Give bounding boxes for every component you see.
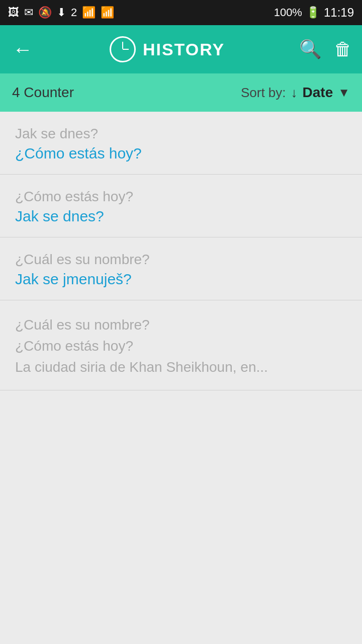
list-item-primary-text: Jak se dnes? [15,126,347,142]
filter-bar: 4 Counter Sort by: ↓ Date ▼ [0,73,362,112]
chevron-down-icon[interactable]: ▼ [338,86,350,100]
sort-by-label: Sort by: [241,85,286,101]
signal-bars2: 📶 [101,6,114,19]
sim-icon: 2 [71,6,77,19]
search-icon[interactable]: 🔍 [299,39,322,60]
app-bar-title-group: HISTORY [43,36,291,62]
list-item-primary-text: ¿Cómo estás hoy? [15,189,347,205]
list-item-primary-text: ¿Cuál es su nombre? [15,252,347,268]
app-bar-actions: 🔍 🗑 [299,39,352,60]
back-button[interactable]: ← [10,38,35,61]
sort-direction-icon: ↓ [291,85,298,101]
list-item[interactable]: ¿Cómo estás hoy? Jak se dnes? [0,175,362,237]
list-item-line-1: ¿Cuál es su nombre? [15,314,347,336]
list-item-line-2: ¿Cómo estás hoy? [15,336,347,357]
list-item-secondary-text: ¿Cómo estás hoy? [15,145,347,162]
list-item[interactable]: ¿Cuál es su nombre? Jak se jmenuješ? [0,237,362,300]
battery-icon: 🔋 [306,6,320,19]
history-list: Jak se dnes? ¿Cómo estás hoy? ¿Cómo está… [0,112,362,390]
download-icon: ⬇ [57,6,66,19]
status-time: 11:19 [324,6,354,20]
app-bar: ← HISTORY 🔍 🗑 [0,25,362,73]
delete-icon[interactable]: 🗑 [334,39,352,60]
clock-icon [110,36,136,62]
list-item-secondary-text: Jak se dnes? [15,208,347,225]
status-right-icons: 100% 🔋 11:19 [274,6,354,20]
message-icon: ✉ [24,6,33,19]
list-item[interactable]: ¿Cuál es su nombre? ¿Cómo estás hoy? La … [0,300,362,390]
photo-icon: 🖼 [8,6,19,19]
vibrate-icon: 🔕 [38,6,52,19]
sort-control[interactable]: Sort by: ↓ Date ▼ [241,85,350,101]
status-bar: 🖼 ✉ 🔕 ⬇ 2 📶 📶 100% 🔋 11:19 [0,0,362,25]
list-item[interactable]: Jak se dnes? ¿Cómo estás hoy? [0,112,362,175]
status-left-icons: 🖼 ✉ 🔕 ⬇ 2 📶 📶 [8,6,114,19]
app-bar-title: HISTORY [143,40,225,59]
battery-percent: 100% [274,6,302,19]
list-item-line-3: La ciudad siria de Khan Sheikhoun, en... [15,357,337,378]
list-item-secondary-text: Jak se jmenuješ? [15,271,347,288]
sort-value: Date [303,85,333,101]
signal-bars: 📶 [82,6,96,19]
counter-label: 4 Counter [12,85,74,101]
